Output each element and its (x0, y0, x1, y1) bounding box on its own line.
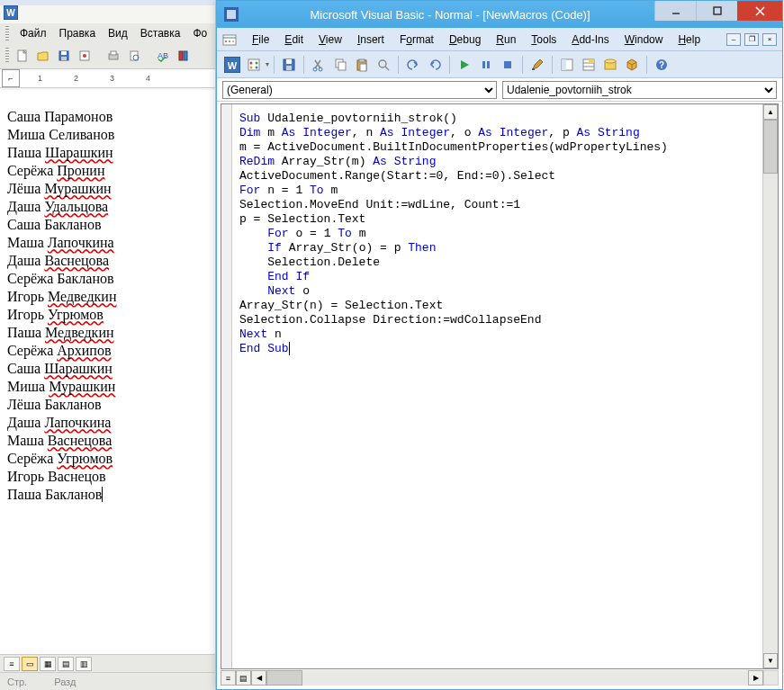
document-line[interactable]: Саша Парамонов (7, 108, 208, 126)
menu-run[interactable]: Run (489, 31, 523, 49)
document-line[interactable]: Серёжа Пронин (7, 162, 208, 180)
permissions-button[interactable] (76, 47, 94, 65)
document-line[interactable]: Игорь Медведкин (7, 288, 208, 306)
find-button[interactable] (374, 55, 393, 75)
menu-file[interactable]: File (245, 31, 276, 49)
document-line[interactable]: Серёжа Бакланов (7, 270, 208, 288)
normal-view-button[interactable]: ≡ (4, 657, 20, 671)
menu-tools[interactable]: Tools (524, 31, 563, 49)
document-line[interactable]: Серёжа Архипов (7, 342, 208, 360)
document-line[interactable]: Лёша Мурашкин (7, 180, 208, 198)
scroll-left-button[interactable]: ◀ (251, 670, 266, 686)
document-line[interactable]: Паша Бакланов (7, 486, 208, 504)
scroll-right-button[interactable]: ▶ (748, 670, 763, 686)
vb-module-icon[interactable] (221, 31, 239, 49)
menu-edit[interactable]: Edit (277, 31, 311, 49)
reading-view-button[interactable]: ▥ (76, 657, 92, 671)
menu-edit[interactable]: Правка (54, 25, 102, 41)
tab-selector[interactable]: ⌐ (2, 69, 20, 87)
hscroll-thumb[interactable] (266, 670, 302, 686)
print-preview-button[interactable] (125, 47, 143, 65)
scroll-thumb[interactable] (763, 120, 778, 174)
document-line[interactable]: Игорь Угрюмов (7, 306, 208, 324)
insert-module-button[interactable] (244, 55, 264, 75)
spelling-button[interactable]: AB (154, 47, 172, 65)
grip-icon[interactable] (5, 26, 9, 40)
menu-addins[interactable]: Add-Ins (564, 31, 616, 49)
print-button[interactable] (104, 47, 122, 65)
properties-button[interactable] (579, 55, 599, 75)
mdi-close-button[interactable]: × (762, 33, 777, 46)
word-ruler[interactable]: ⌐ 1 2 3 4 (0, 68, 215, 88)
document-line[interactable]: Маша Васнецова (7, 432, 208, 450)
toolbox-button[interactable] (622, 55, 642, 75)
print-layout-view-button[interactable]: ▦ (40, 657, 56, 671)
document-line[interactable]: Игорь Васнецов (7, 468, 208, 486)
copy-button[interactable] (330, 55, 350, 75)
menu-view[interactable]: Вид (103, 25, 133, 41)
maximize-button[interactable] (696, 1, 737, 21)
document-line[interactable]: Даша Васнецова (7, 252, 208, 270)
svg-rect-35 (338, 62, 346, 70)
object-browser-button[interactable] (600, 55, 620, 75)
menu-view[interactable]: View (311, 31, 349, 49)
new-doc-button[interactable] (14, 47, 32, 65)
document-line[interactable]: Даша Удальцова (7, 198, 208, 216)
menu-help[interactable]: Help (671, 31, 707, 49)
document-line[interactable]: Паша Шарашкин (7, 144, 208, 162)
research-button[interactable] (175, 47, 193, 65)
mdi-restore-button[interactable]: ❐ (744, 33, 759, 46)
menu-debug[interactable]: Debug (442, 31, 488, 49)
code-editor[interactable]: Sub Udalenie_povtorniih_strok() Dim m As… (232, 104, 762, 668)
full-module-view-button[interactable]: ▤ (236, 670, 251, 686)
object-dropdown[interactable]: (General) (222, 81, 497, 99)
mdi-minimize-button[interactable]: – (726, 33, 741, 46)
web-view-button[interactable]: ▭ (22, 657, 38, 671)
grip-icon[interactable] (5, 48, 9, 64)
document-line[interactable]: Даша Лапочкина (7, 414, 208, 432)
vertical-scrollbar[interactable]: ▲ ▼ (762, 104, 778, 668)
undo-button[interactable] (403, 55, 423, 75)
project-explorer-button[interactable] (557, 55, 577, 75)
margin-indicator-bar[interactable] (221, 104, 232, 668)
document-line[interactable]: Лёша Бакланов (7, 396, 208, 414)
break-button[interactable] (476, 55, 496, 75)
document-line[interactable]: Серёжа Угрюмов (7, 450, 208, 468)
save-button[interactable] (279, 55, 299, 75)
word-document-area[interactable]: Саша ПарамоновМиша СеливановПаша Шарашки… (0, 90, 215, 654)
document-line[interactable]: Саша Бакланов (7, 216, 208, 234)
outline-view-button[interactable]: ▤ (58, 657, 74, 671)
close-button[interactable] (737, 1, 782, 21)
paste-button[interactable] (352, 55, 372, 75)
menu-file[interactable]: Файл (14, 25, 52, 41)
scroll-up-button[interactable]: ▲ (763, 104, 778, 120)
document-line[interactable]: Саша Шарашкин (7, 360, 208, 378)
menu-window[interactable]: Window (617, 31, 671, 49)
view-word-button[interactable]: W (222, 55, 242, 75)
scroll-down-button[interactable]: ▼ (763, 653, 778, 668)
document-line[interactable]: Маша Лапочкина (7, 234, 208, 252)
help-button[interactable]: ? (652, 55, 671, 75)
vb-app-icon[interactable] (224, 7, 239, 22)
menu-insert[interactable]: Insert (350, 31, 392, 49)
design-mode-button[interactable] (527, 55, 547, 75)
run-button[interactable] (455, 55, 474, 75)
open-button[interactable] (34, 47, 52, 65)
menu-insert[interactable]: Вставка (135, 25, 186, 41)
word-app-icon[interactable]: W (4, 5, 22, 23)
cut-button[interactable] (309, 55, 329, 75)
procedure-dropdown[interactable]: Udalenie_povtorniih_strok (502, 81, 777, 99)
menu-format[interactable]: Format (392, 31, 441, 49)
menu-format-cut[interactable]: Фо (187, 25, 212, 41)
document-line[interactable]: Миша Селиванов (7, 126, 208, 144)
reset-button[interactable] (498, 55, 518, 75)
hscroll-track[interactable] (266, 670, 748, 686)
procedure-view-button[interactable]: ≡ (221, 670, 236, 686)
minimize-button[interactable] (654, 1, 696, 21)
save-button[interactable] (55, 47, 73, 65)
size-grip[interactable] (763, 670, 779, 686)
document-line[interactable]: Миша Мурашкин (7, 378, 208, 396)
document-line[interactable]: Паша Медведкин (7, 324, 208, 342)
vb-titlebar[interactable]: Microsoft Visual Basic - Normal - [NewMa… (217, 1, 782, 28)
redo-button[interactable] (425, 55, 445, 75)
